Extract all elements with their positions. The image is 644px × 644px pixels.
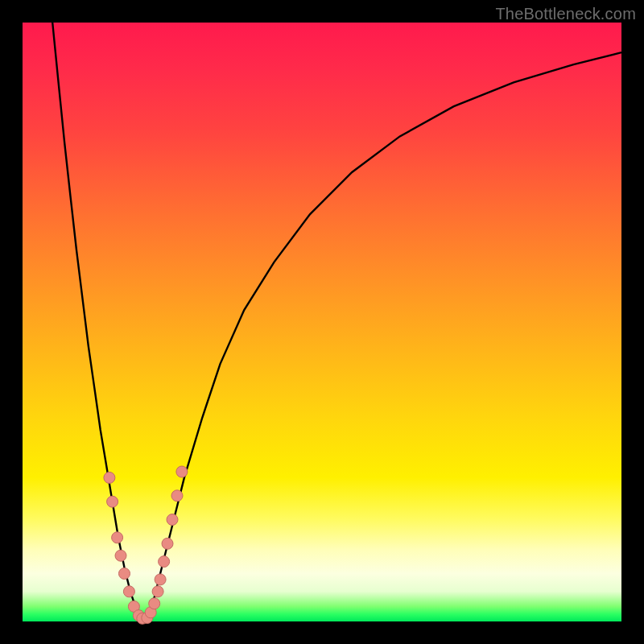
plot-area bbox=[23, 23, 621, 621]
curve-dot bbox=[123, 586, 134, 597]
curve-dot bbox=[112, 532, 123, 543]
curve-dot bbox=[155, 574, 166, 585]
curve-dot bbox=[119, 568, 130, 580]
curve-dot bbox=[176, 466, 188, 477]
curve-dot bbox=[115, 550, 126, 561]
curve-dots bbox=[104, 466, 188, 624]
curve-dot bbox=[162, 538, 173, 549]
curve-dot bbox=[107, 496, 118, 507]
curve-dot bbox=[104, 472, 115, 483]
curve-dot bbox=[152, 586, 163, 597]
curve-dot bbox=[171, 490, 183, 502]
curve-dot bbox=[167, 514, 178, 526]
curve-dot bbox=[149, 598, 160, 609]
chart-svg bbox=[23, 23, 621, 621]
watermark-text: TheBottleneck.com bbox=[495, 5, 636, 23]
bottleneck-curve bbox=[52, 23, 621, 621]
curve-dot bbox=[159, 556, 170, 568]
chart-frame: TheBottleneck.com bbox=[0, 0, 644, 644]
